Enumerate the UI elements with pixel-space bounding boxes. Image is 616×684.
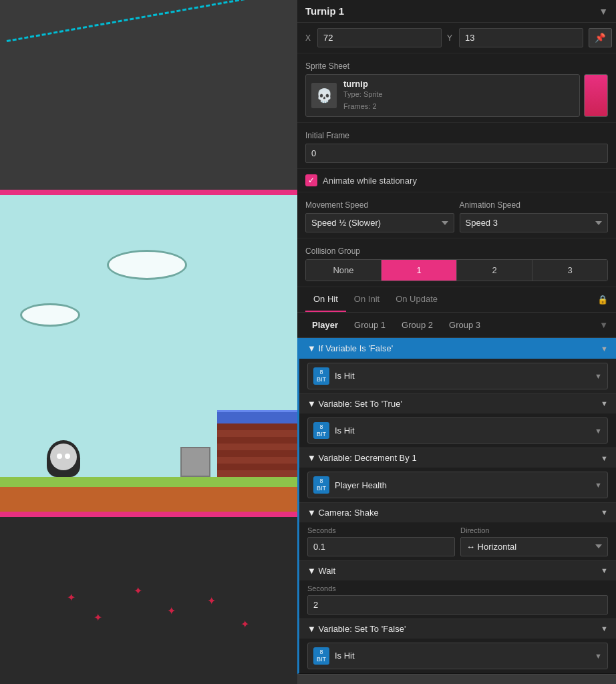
movement-speed-select[interactable]: Speed ½ (Slower) [305,213,454,232]
set-false-var-arrow: ▼ [595,652,602,660]
decrement-row: 8BIT Player Health ▼ [307,472,608,498]
y-label: Y [447,33,455,43]
decrement-arrow: ▼ [601,454,608,462]
camera-shake-inputs: Seconds Direction ↔ Horizontal [307,526,608,556]
panel-arrow[interactable]: ▼ [599,6,608,17]
panel-title: Turnip 1 [305,5,344,17]
color-swatch[interactable] [584,74,608,117]
camera-shake-arrow: ▼ [601,508,608,516]
set-true-row: 8BIT Is Hit ▼ [307,417,608,444]
if-variable-select[interactable]: Is Hit [335,371,589,381]
add-event-button[interactable]: Add Event [297,674,616,684]
set-false-arrow: ▼ [601,625,608,633]
char-eye-left [57,454,62,459]
shake-seconds-input[interactable] [307,537,455,556]
right-panel: Turnip 1 ▼ X Y 📌 Sprite Sheet 💀 turnip [297,0,616,684]
set-false-title: ▼ Variable: Set To 'False' [307,624,406,634]
particle-6: ✦ [241,618,249,631]
if-variable-title: ▼ If Variable Is 'False' [307,343,393,353]
if-variable-block: ▼ If Variable Is 'False' ▼ 8BIT Is Hit ▼… [297,338,616,673]
collision-1[interactable]: 1 [381,260,457,281]
tab-on-hit[interactable]: On Hit [305,287,346,312]
animate-checkbox[interactable]: ✓ [305,174,317,186]
set-true-header[interactable]: ▼ Variable: Set To 'True' ▼ [299,393,616,413]
set-true-body: 8BIT Is Hit ▼ [299,413,616,448]
particle-4: ✦ [167,605,176,617]
sprite-sheet-label: Sprite Sheet [305,61,608,71]
shake-direction-label: Direction [460,526,608,534]
collision-group-section: Collision Group None 1 2 3 [297,238,616,287]
x-label: X [305,33,313,43]
character [47,440,80,477]
wait-seconds-input[interactable] [307,595,608,615]
pin-button[interactable]: 📌 [589,28,612,47]
shake-seconds-group: Seconds [307,526,455,556]
animation-speed-group: Animation Speed Speed 3 [460,198,609,232]
set-false-header[interactable]: ▼ Variable: Set To 'False' ▼ [299,619,616,639]
platform-block [217,410,297,477]
char-face [50,444,77,470]
camera-shake-title: ▼ Camera: Shake [307,508,379,518]
set-true-arrow: ▼ [601,399,608,407]
sub-tab-group3[interactable]: Group 3 [442,317,487,333]
particle-5: ✦ [207,594,216,607]
sprite-thumb: 💀 [311,83,337,108]
main-tabs-bar: On Hit On Init On Update 🔒 [297,287,616,313]
wait-title: ▼ Wait [307,566,335,576]
sprite-box[interactable]: 💀 turnip Type: Sprite Frames: 2 [305,74,580,117]
particle-1: ✦ [67,591,75,604]
if-bit-badge: 8BIT [313,367,329,385]
tab-on-init[interactable]: On Init [346,287,388,312]
y-coord-group: Y [447,28,583,47]
below-scene: ✦ ✦ ✦ ✦ ✦ ✦ [0,517,297,684]
wait-header[interactable]: ▼ Wait ▼ [299,560,616,580]
platform-top [217,410,297,423]
speed-row: Movement Speed Speed ½ (Slower) Animatio… [305,198,608,232]
set-false-bit-badge: 8BIT [313,647,329,665]
collision-3[interactable]: 3 [532,260,607,281]
initial-frame-input[interactable] [305,144,608,163]
set-true-variable-select[interactable]: Is Hit [335,425,589,436]
particle-3: ✦ [134,584,142,597]
shake-direction-select[interactable]: ↔ Horizontal [460,537,608,556]
set-false-body: 8BIT Is Hit ▼ [299,639,616,673]
collision-2[interactable]: 2 [457,260,532,281]
decrement-variable-select[interactable]: Player Health [335,480,589,490]
set-true-var-arrow: ▼ [595,427,602,435]
x-input[interactable] [317,28,442,47]
collision-group-buttons: None 1 2 3 [305,259,608,281]
decrement-bit-badge: 8BIT [313,476,329,494]
set-false-variable-select[interactable]: Is Hit [335,651,589,661]
if-variable-header[interactable]: ▼ If Variable Is 'False' ▼ [299,338,616,359]
decrement-title: ▼ Variable: Decrement By 1 [307,453,417,463]
if-variable-body: 8BIT Is Hit ▼ [299,359,616,393]
decrement-body: 8BIT Player Health ▼ [299,468,616,502]
decrement-header[interactable]: ▼ Variable: Decrement By 1 ▼ [299,448,616,468]
sprite-type: Type: Sprite [343,89,383,101]
sprite-frames: Frames: 2 [343,101,383,113]
lock-icon: 🔒 [597,295,608,305]
if-variable-arrow: ▼ [601,345,608,353]
sprite-sheet-section: Sprite Sheet 💀 turnip Type: Sprite Frame… [297,53,616,123]
gray-square [180,447,210,477]
sub-tab-dropdown-arrow[interactable]: ▼ [599,320,608,330]
if-variable-row: 8BIT Is Hit ▼ [307,363,608,389]
sprite-row: 💀 turnip Type: Sprite Frames: 2 [305,74,608,117]
sub-tab-group2[interactable]: Group 2 [395,317,440,333]
y-input[interactable] [459,28,583,47]
ground-strip [0,477,297,517]
movement-speed-group: Movement Speed Speed ½ (Slower) [305,198,454,232]
camera-shake-header[interactable]: ▼ Camera: Shake ▼ [299,502,616,522]
decrement-var-arrow: ▼ [595,481,602,489]
wait-seconds-label: Seconds [307,584,608,592]
animation-speed-select[interactable]: Speed 3 [460,213,609,232]
tab-on-update[interactable]: On Update [388,287,446,312]
sub-tab-group1[interactable]: Group 1 [347,317,392,333]
coords-section: X Y 📌 [297,23,616,53]
shake-direction-group: Direction ↔ Horizontal [460,526,608,556]
wait-body: Seconds [299,580,616,619]
sub-tabs-bar: Player Group 1 Group 2 Group 3 ▼ [297,313,616,338]
shake-seconds-label: Seconds [307,526,455,534]
sub-tab-player[interactable]: Player [305,317,345,333]
collision-none[interactable]: None [306,260,381,281]
